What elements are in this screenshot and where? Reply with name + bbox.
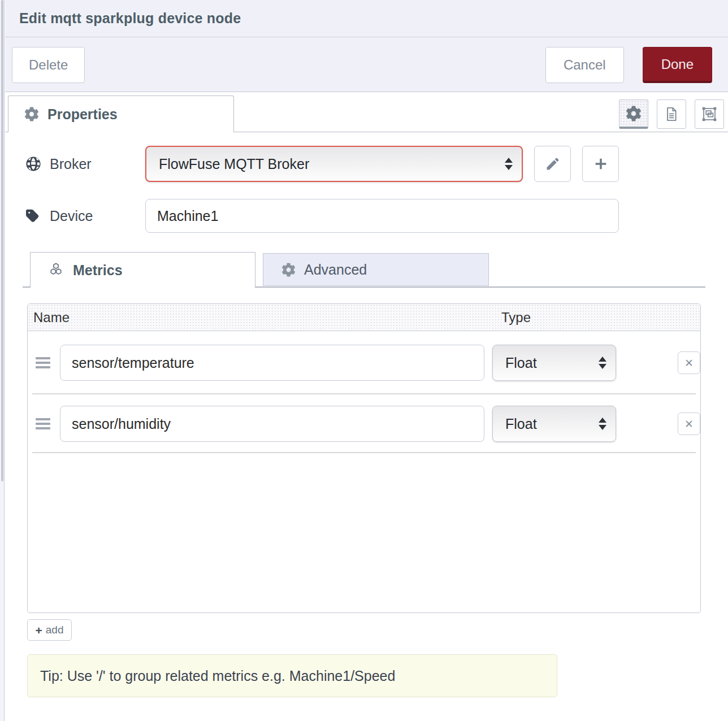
metric-type-select-wrap: Float — [492, 345, 616, 381]
left-gutter — [0, 0, 5, 721]
metric-type-select-wrap: Float — [492, 406, 616, 442]
metric-name-input[interactable] — [60, 345, 484, 381]
tray-header: Edit mqtt sparkplug device node Delete C… — [5, 0, 728, 92]
editor-view-buttons — [619, 99, 724, 129]
broker-label: Broker — [50, 156, 92, 172]
main-tab-bar: Properties — [5, 93, 728, 132]
device-input[interactable] — [145, 199, 619, 233]
pencil-icon — [545, 156, 561, 172]
gear-icon — [24, 107, 39, 121]
tab-advanced-label: Advanced — [304, 262, 367, 278]
properties-view-button[interactable] — [619, 99, 648, 129]
column-header-name: Name — [28, 310, 70, 325]
device-field-label: Device — [26, 199, 93, 233]
done-button[interactable]: Done — [643, 47, 712, 83]
drag-handle-icon[interactable] — [36, 355, 50, 371]
broker-select[interactable]: FlowFuse MQTT Broker — [146, 147, 522, 181]
cubes-icon — [47, 262, 64, 279]
toolbar: Delete Cancel Done — [5, 38, 728, 92]
metric-type-select[interactable]: Float — [493, 406, 616, 441]
globe-icon — [26, 157, 41, 171]
tab-metrics[interactable]: Metrics — [30, 252, 255, 288]
dialog-title: Edit mqtt sparkplug device node — [19, 10, 241, 27]
document-icon — [664, 106, 679, 122]
edit-tray: Edit mqtt sparkplug device node Delete C… — [5, 0, 728, 721]
object-group-icon — [701, 106, 717, 122]
metrics-table: Name Type Float ✕ — [27, 303, 701, 613]
plus-icon: + — [36, 624, 42, 636]
gear-icon — [626, 106, 642, 121]
delete-button[interactable]: Delete — [12, 47, 85, 83]
edit-node-dialog: Edit mqtt sparkplug device node Delete C… — [0, 0, 728, 721]
tip-text: Tip: Use '/' to group related metrics e.… — [40, 668, 395, 684]
row-divider — [32, 452, 696, 453]
tab-advanced[interactable]: Advanced — [263, 253, 489, 286]
tab-properties[interactable]: Properties — [8, 95, 234, 132]
remove-metric-button[interactable]: ✕ — [678, 412, 700, 435]
metric-type-select[interactable]: Float — [493, 345, 616, 380]
add-broker-button[interactable] — [582, 146, 619, 182]
title-bar: Edit mqtt sparkplug device node — [5, 0, 728, 37]
plus-icon — [593, 156, 609, 172]
close-icon: ✕ — [684, 418, 694, 431]
properties-panel: Broker FlowFuse MQTT Broker Device — [5, 132, 728, 721]
metrics-table-header: Name Type — [28, 304, 700, 331]
add-metric-label: add — [46, 624, 64, 636]
metric-name-input[interactable] — [60, 406, 484, 442]
tab-properties-label: Properties — [47, 106, 118, 123]
broker-select-wrap: FlowFuse MQTT Broker — [145, 146, 523, 182]
remove-metric-button[interactable]: ✕ — [678, 351, 700, 374]
metric-row: Float ✕ — [28, 331, 700, 394]
tip-box: Tip: Use '/' to group related metrics e.… — [27, 654, 557, 697]
tab-metrics-label: Metrics — [73, 262, 123, 279]
scrollbar-thumb[interactable] — [1, 0, 3, 481]
appearance-view-button[interactable] — [695, 99, 724, 129]
device-label: Device — [50, 208, 93, 224]
broker-field-label: Broker — [26, 146, 92, 182]
close-icon: ✕ — [684, 357, 694, 370]
tag-icon — [26, 209, 41, 223]
edit-broker-button[interactable] — [534, 146, 571, 182]
column-header-type: Type — [501, 310, 531, 325]
metric-row: Float ✕ — [28, 394, 700, 453]
description-view-button[interactable] — [657, 99, 686, 129]
gear-icon — [281, 263, 296, 277]
add-metric-button[interactable]: + add — [27, 619, 72, 641]
drag-handle-icon[interactable] — [36, 416, 50, 432]
cancel-button[interactable]: Cancel — [545, 47, 624, 83]
